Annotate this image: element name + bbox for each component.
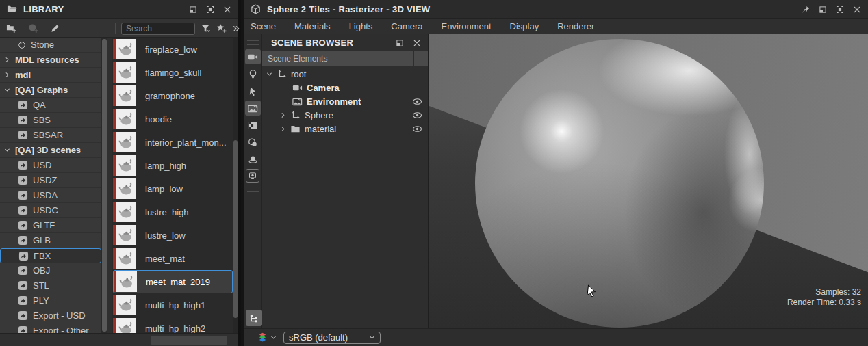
asset-item-meet-mat-2019[interactable]: meet_mat_2019: [113, 270, 233, 293]
overflow-chevrons-icon[interactable]: [232, 25, 240, 33]
sidebar-item-usda[interactable]: USDA: [0, 188, 101, 203]
3d-viewport[interactable]: Samples: 32 Render Time: 0.33 s: [429, 34, 868, 328]
column-header-scene-elements[interactable]: Scene Elements: [262, 51, 413, 66]
sidebar-item-ply[interactable]: PLY: [0, 293, 101, 308]
asset-item-interior-plant[interactable]: interior_plant_mon...: [113, 131, 233, 154]
sidebar-item-stone[interactable]: Stone: [0, 38, 101, 53]
tree-item-environment[interactable]: Environment: [262, 94, 428, 108]
scrollbar-thumb[interactable]: [102, 39, 107, 332]
environment-tool-button[interactable]: [245, 101, 261, 116]
tree-item-root[interactable]: root: [262, 67, 428, 81]
ball-icon: [18, 41, 26, 49]
visibility-eye-icon[interactable]: [412, 96, 422, 107]
menu-scene[interactable]: Scene: [251, 21, 276, 31]
view-title: Sphere 2 Tiles - Rasterizer - 3D VIEW: [267, 4, 430, 14]
asset-item-lustre-low[interactable]: lustre_low: [113, 224, 233, 247]
colorspace-dropdown[interactable]: sRGB (default): [283, 332, 381, 344]
sidebar-item-qa-graphs[interactable]: [QA] Graphs: [0, 83, 101, 98]
sidebar-item-mdl-resources[interactable]: MDL resources: [0, 53, 101, 68]
sidebar-item-glb[interactable]: GLB: [0, 233, 101, 248]
scene-browser-toggle-button[interactable]: [246, 310, 262, 326]
menu-materials[interactable]: Materials: [294, 21, 331, 31]
edit-pencil-icon[interactable]: [50, 23, 60, 34]
asset-item-lustre-high[interactable]: lustre_high: [113, 200, 233, 224]
favorite-star-add-icon[interactable]: [216, 23, 227, 34]
asset-item-meet-mat[interactable]: meet_mat: [113, 247, 233, 270]
camera-tool-button[interactable]: [245, 49, 261, 64]
scrollbar-thumb[interactable]: [233, 140, 238, 318]
chevron-down-icon[interactable]: [266, 71, 272, 77]
asset-item-hoodie[interactable]: hoodie: [113, 107, 233, 131]
select-tool-button[interactable]: [245, 83, 261, 98]
new-folder-icon[interactable]: [6, 23, 16, 34]
tree-item-sphere[interactable]: Sphere: [262, 108, 428, 122]
maximize-window-icon[interactable]: [836, 5, 844, 14]
asset-list-scrollbar[interactable]: [233, 38, 238, 333]
sidebar-item-sbs[interactable]: SBS: [0, 113, 101, 128]
float-panel-icon[interactable]: [396, 39, 404, 47]
transform-axes-icon: [277, 69, 287, 79]
asset-thumbnail: [113, 248, 136, 269]
horizontal-scrollbar[interactable]: [0, 333, 238, 346]
library-toolbar: [0, 19, 238, 38]
pin-icon[interactable]: [802, 5, 810, 14]
sidebar-item-mdl[interactable]: mdl: [0, 68, 101, 83]
float-window-icon[interactable]: [189, 5, 197, 14]
sidebar-item-qa-3d-scenes[interactable]: [QA] 3D scenes: [0, 143, 101, 158]
asset-item-fireplace-low[interactable]: fireplace_low: [113, 38, 233, 61]
sidebar-item-sbsar[interactable]: SBSAR: [0, 128, 101, 143]
chevron-down-icon[interactable]: [270, 334, 277, 341]
sidebar-item-obj[interactable]: OBJ: [0, 263, 101, 278]
sidebar-item-usdz[interactable]: USDZ: [0, 173, 101, 188]
scene-object-tool-button[interactable]: [245, 152, 261, 167]
column-header-visibility[interactable]: [414, 51, 428, 66]
splitter-grip[interactable]: [112, 23, 116, 34]
chevron-right-icon[interactable]: [280, 112, 286, 118]
close-window-icon[interactable]: [853, 5, 861, 14]
asset-item-lamp-high[interactable]: lamp_high: [113, 154, 233, 177]
lights-tool-button[interactable]: [245, 66, 261, 81]
float-window-icon[interactable]: [819, 5, 827, 14]
sidebar-item-qa[interactable]: QA: [0, 98, 101, 113]
chevron-down-icon: [4, 87, 10, 93]
mouse-cursor: [587, 284, 597, 298]
close-panel-icon[interactable]: [413, 39, 421, 47]
sidebar-item-export-usd[interactable]: Export - USD: [0, 308, 101, 323]
asset-item-flamingo-skull[interactable]: flamingo_skull: [113, 61, 233, 84]
close-window-icon[interactable]: [223, 5, 231, 14]
sidebar-item-fbx[interactable]: FBX: [0, 248, 101, 263]
material-tool-button[interactable]: [245, 118, 261, 133]
rendered-sphere[interactable]: [475, 39, 764, 328]
menu-environment[interactable]: Environment: [442, 21, 492, 31]
chevron-right-icon[interactable]: [280, 126, 286, 132]
menu-lights[interactable]: Lights: [349, 21, 373, 31]
display-settings-button[interactable]: [246, 169, 259, 183]
color-profile-layers-icon[interactable]: [257, 332, 268, 343]
menu-renderer[interactable]: Renderer: [557, 21, 594, 31]
menu-camera[interactable]: Camera: [391, 21, 422, 31]
shapes-tool-button[interactable]: [245, 135, 261, 150]
maximize-window-icon[interactable]: [206, 5, 214, 14]
sidebar-item-export-other[interactable]: Export - Other: [0, 323, 101, 333]
tree-item-camera[interactable]: Camera: [262, 81, 428, 94]
sidebar-item-gltf[interactable]: GLTF: [0, 218, 101, 233]
filter-funnel-icon[interactable]: [201, 23, 211, 34]
toolbar-grip[interactable]: [247, 40, 259, 45]
asset-item-gramophone[interactable]: gramophone: [113, 84, 233, 107]
menu-display[interactable]: Display: [510, 21, 539, 31]
sidebar-item-stl[interactable]: STL: [0, 278, 101, 293]
sidebar-item-usd[interactable]: USD: [0, 158, 101, 173]
asset-item-multi-hp-high2[interactable]: multi_hp_high2: [113, 317, 233, 333]
sidebar-scrollbar[interactable]: [101, 38, 107, 333]
visibility-eye-icon[interactable]: [412, 110, 422, 120]
asset-thumbnail: [113, 155, 136, 176]
sidebar-item-usdc[interactable]: USDC: [0, 203, 101, 218]
scrollbar-thumb[interactable]: [151, 336, 227, 345]
asset-item-multi-hp-high1[interactable]: multi_hp_high1: [113, 293, 233, 317]
add-resource-icon[interactable]: [28, 23, 38, 34]
tree-item-material[interactable]: material: [262, 122, 428, 135]
tree-hierarchy-icon: [249, 313, 259, 323]
search-input[interactable]: [121, 23, 195, 35]
visibility-eye-icon[interactable]: [412, 124, 422, 134]
asset-item-lamp-low[interactable]: lamp_low: [113, 177, 233, 200]
